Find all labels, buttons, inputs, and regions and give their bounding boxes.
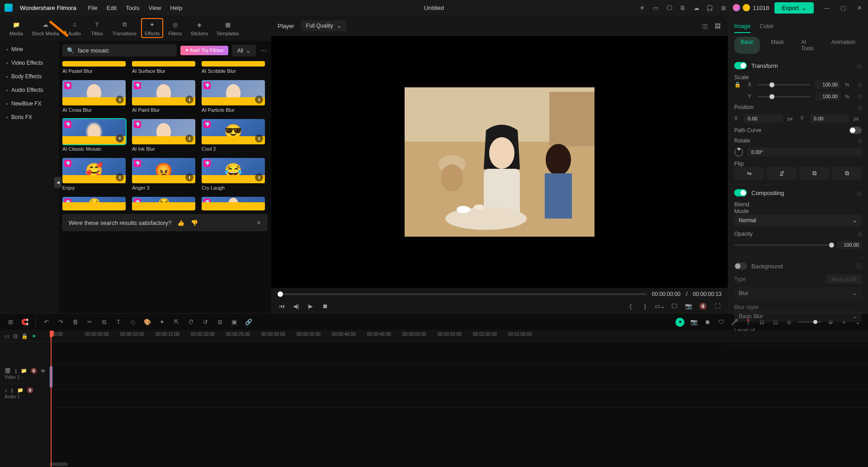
bracket-close-icon[interactable]: } [641,302,649,310]
tab-color[interactable]: Color [760,20,774,33]
close-feedback-button[interactable]: ✕ [256,219,261,226]
sidebar-item-audio-effects[interactable]: Audio Effects [2,83,57,97]
zoom-slider[interactable] [798,321,821,323]
scale-y-value[interactable]: 100.00 [815,92,840,100]
sparkle-icon[interactable]: ✦ [158,318,166,326]
eye-icon[interactable]: 👁 [41,368,46,374]
flip-horizontal-button[interactable]: ⇋ [734,167,764,180]
crop-icon[interactable]: ⧉ [100,318,108,326]
record-icon[interactable]: ⏺ [703,318,712,326]
headphones-icon[interactable]: 🎧 [706,4,714,12]
sidebar-item-boris[interactable]: Boris FX [2,110,57,124]
redo-icon[interactable]: ↷ [57,318,65,326]
subtab-ai-tools[interactable]: AI Tools [795,37,821,54]
collapse-sidebar-button[interactable]: ◀ [54,177,61,188]
download-icon[interactable]: ⬇ [255,95,263,104]
apply-to-all-button[interactable]: Apply to All [826,275,862,284]
scale-y-slider[interactable] [758,96,811,97]
cloud-icon[interactable]: ☁ [692,4,700,12]
camera-icon[interactable]: 📷 [690,318,698,326]
step-back-icon[interactable]: ◀| [292,302,300,310]
mute-icon[interactable]: 🔇 [27,387,33,393]
download-icon[interactable]: ⬇ [255,134,263,143]
shape-icon[interactable]: ◇ [129,318,137,326]
background-toggle[interactable] [734,262,747,270]
folder-icon[interactable]: 📁 [17,387,24,393]
track-ai-icon[interactable]: ✦ [32,333,36,339]
subtab-animation[interactable]: Animation [825,37,862,54]
scale-x-value[interactable]: 100.00 [815,81,840,89]
close-icon[interactable]: ✕ [855,4,863,12]
media-tab-media[interactable]: 📁Media [5,18,27,38]
track-collapse-icon[interactable]: ⊟ [13,333,18,339]
effect-item[interactable]: 💎😡⬇Anger 3 [132,158,195,191]
lock-icon[interactable]: 🔒 [734,81,743,88]
screen-icon[interactable]: 🖵 [670,302,678,310]
flip-both-button[interactable]: ⧉ [832,167,862,180]
sidebar-item-body-effects[interactable]: Body Effects [2,70,57,83]
effect-item[interactable]: 💎 [202,197,265,210]
add-icon[interactable]: + [116,134,124,143]
tab-image[interactable]: Image [734,20,750,33]
speed-icon[interactable]: ⏱ [187,318,195,326]
sidebar-item-video-effects[interactable]: Video Effects [2,56,57,70]
download-icon[interactable]: ⬇ [185,134,193,143]
progress-bar[interactable] [278,293,646,295]
media-tab-stock[interactable]: ☁Stock Media [28,18,63,38]
reverse-icon[interactable]: ↺ [201,318,209,326]
effect-item[interactable]: AI Pastel Blur [62,61,126,74]
opacity-value[interactable]: 100.00 [836,241,862,249]
keyframe-diamond-icon[interactable]: ◇ [857,190,862,196]
keyframe-diamond-icon[interactable]: ◇ [858,138,862,144]
download-icon[interactable]: ⬇ [116,173,124,181]
bracket-open-icon[interactable]: { [627,302,635,310]
display-icon[interactable]: 🖵 [665,4,673,12]
image-icon[interactable]: 🖼 [713,22,722,30]
position-x-input[interactable]: 0.00 [744,114,783,123]
folder-icon[interactable]: 📁 [21,368,27,374]
effect-item-selected[interactable]: 💎+AI Classic Mosaic [62,119,126,152]
mute-icon[interactable]: 🔇 [31,368,37,374]
menu-file[interactable]: File [88,5,98,11]
search-box[interactable]: 🔍 [62,44,177,57]
track-header-audio[interactable]: ♪1📁🔇 Audio 1 [0,384,50,403]
media-tab-audio[interactable]: ♫Audio [64,18,85,38]
compare-icon[interactable]: ◫ [701,22,709,30]
subtab-basic[interactable]: Basic [734,37,760,54]
menu-view[interactable]: View [148,5,161,11]
effect-item[interactable]: AI Scribble Blur [202,61,265,74]
subtab-mask[interactable]: Mask [764,37,790,54]
track-row-empty[interactable] [50,342,868,364]
effect-item[interactable]: 💎⬇AI Paint Blur [132,80,195,113]
quality-dropdown[interactable]: Full Quality⌄ [301,20,347,31]
effect-item[interactable]: 💎😭 [132,197,195,210]
media-tab-templates[interactable]: ▦Templates [212,18,242,38]
media-tab-effects[interactable]: ✦Effects [141,18,163,38]
magnet-icon[interactable]: 🧲 [21,318,29,326]
export-clip-icon[interactable]: ⇱ [172,318,180,326]
play-icon[interactable]: ▶ [307,302,315,310]
cut-icon[interactable]: ✂ [85,318,94,326]
send-icon[interactable]: ✈ [638,4,646,12]
bg-type-dropdown[interactable]: Blur⌄ [734,287,862,299]
rotate-input[interactable]: 0.00° [748,148,862,157]
stop-icon[interactable]: ⏹ [321,302,329,310]
copy-icon[interactable]: ⧉ [216,318,224,326]
opacity-slider[interactable] [734,244,832,246]
effect-item[interactable]: 💎😂⬇Cry Laugh [202,158,265,191]
track-row-video[interactable] [50,364,868,390]
progress-handle[interactable] [278,291,283,297]
path-curve-toggle[interactable] [849,127,862,134]
grid-icon[interactable]: ⊞ [6,318,14,326]
maximize-icon[interactable]: ▢ [839,4,847,12]
track-lock-icon[interactable]: 🔒 [21,333,28,339]
effect-item[interactable]: 💎😎⬇Cool 2 [202,119,265,152]
media-tab-transitions[interactable]: ⧉Transitions [109,18,140,38]
mute-icon[interactable]: 🔇 [699,302,707,310]
effect-item[interactable]: AI Surface Blur [132,61,195,74]
snapshot-icon[interactable]: 📷 [684,302,693,310]
delete-icon[interactable]: 🗑 [71,318,79,326]
blur-style-dropdown[interactable]: Basic Blur⌄ [734,310,862,322]
preview-video[interactable] [271,36,728,288]
fullscreen-icon[interactable]: ⛶ [713,302,722,310]
